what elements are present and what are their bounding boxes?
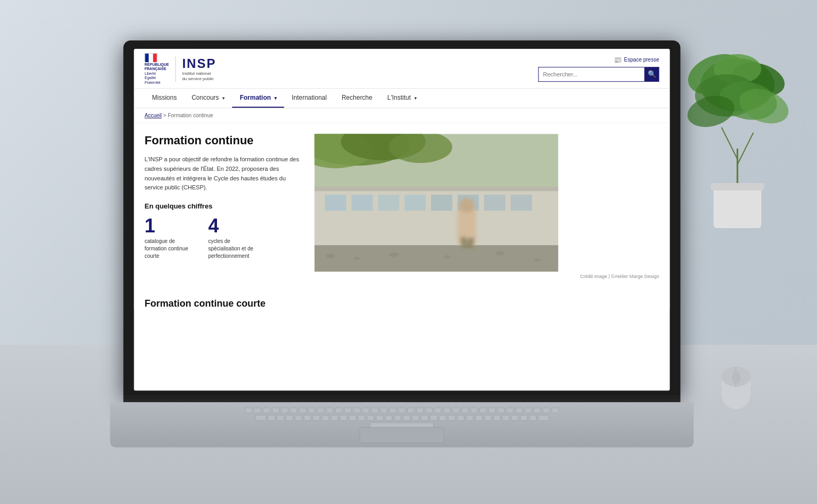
nav-item-missions[interactable]: Missions: [145, 89, 185, 108]
key: [290, 407, 298, 413]
key-row-2: [142, 415, 662, 421]
stats-heading: En quelques chiffres: [145, 202, 304, 210]
stats-row: 1 catalogue de formation continue courte…: [145, 216, 304, 260]
espace-presse-link[interactable]: 📰 Espace presse: [614, 56, 659, 64]
search-bar: 🔍: [538, 67, 659, 82]
keyboard-deck: [110, 402, 694, 447]
stat-item-1: 1 catalogue de formation continue courte: [145, 216, 198, 260]
svg-rect-26: [484, 195, 506, 211]
svg-line-10: [737, 133, 753, 164]
key: [294, 415, 302, 421]
key: [344, 407, 352, 413]
key: [398, 407, 406, 413]
svg-rect-27: [511, 195, 532, 211]
key: [484, 415, 491, 421]
key: [255, 415, 266, 421]
image-credit: Crédit image | ©Atelier Marge Design: [315, 274, 659, 279]
key: [430, 415, 437, 421]
key: [303, 415, 311, 421]
nav-item-recherche[interactable]: Recherche: [334, 89, 380, 108]
svg-rect-41: [460, 237, 468, 248]
site-nav: Missions Concours ▾ Formation ▾ Internat…: [134, 89, 670, 108]
key: [489, 407, 496, 413]
key: [475, 415, 482, 421]
key: [389, 407, 397, 413]
hero-image-container: [315, 134, 559, 272]
svg-rect-11: [714, 186, 761, 228]
breadcrumb-current: Formation continue: [168, 112, 213, 118]
key: [254, 407, 262, 413]
svg-line-9: [722, 127, 737, 159]
key: [285, 415, 293, 421]
chevron-down-icon: ▾: [274, 95, 277, 101]
key: [457, 415, 464, 421]
laptop-hinge: [124, 396, 681, 402]
key: [263, 407, 271, 413]
key: [516, 407, 523, 413]
header-right: 📰 Espace presse 🔍: [538, 56, 659, 82]
svg-rect-20: [325, 195, 346, 211]
key: [434, 407, 442, 413]
nav-item-international[interactable]: International: [284, 89, 334, 108]
logo-area: RÉPUBLIQUEFRANÇAISELibertéÉgalitéFratern…: [145, 53, 216, 85]
breadcrumb-home[interactable]: Accueil: [145, 112, 162, 118]
svg-rect-12: [711, 183, 764, 190]
search-input[interactable]: [538, 67, 645, 82]
key: [358, 415, 365, 421]
key: [425, 407, 433, 413]
stats-section: En quelques chiffres 1 catalogue de form…: [145, 202, 304, 260]
key: [421, 415, 428, 421]
nav-item-formation[interactable]: Formation ▾: [232, 89, 284, 108]
screen-bezel: RÉPUBLIQUEFRANÇAISELibertéÉgalitéFratern…: [124, 40, 681, 396]
breadcrumb: Accueil > Formation continue: [134, 108, 670, 123]
key: [380, 407, 388, 413]
key: [525, 407, 532, 413]
key: [362, 407, 370, 413]
key: [416, 407, 424, 413]
insp-title: INSP: [182, 56, 216, 71]
breadcrumb-separator: >: [163, 112, 168, 118]
key: [245, 407, 253, 413]
nav-item-concours[interactable]: Concours ▾: [184, 89, 232, 108]
search-button[interactable]: 🔍: [645, 67, 659, 82]
stat-number-2: 4: [208, 216, 262, 236]
key: [403, 415, 410, 421]
stat-item-2: 4 cycles de spécialisation et de perfect…: [208, 216, 262, 260]
content-left: Formation continue L'INSP a pour objecti…: [145, 134, 304, 279]
stat-label-2: cycles de spécialisation et de perfectio…: [208, 238, 262, 260]
key: [340, 415, 347, 421]
page-description: L'INSP a pour objectif de refondre la fo…: [145, 155, 304, 193]
nav-list: Missions Concours ▾ Formation ▾ Internat…: [145, 89, 659, 108]
bottom-title: Formation continue courte: [145, 298, 659, 309]
key: [538, 415, 549, 421]
insp-logo: INSP Institut nationaldu service public: [175, 56, 216, 82]
key: [407, 407, 415, 413]
key: [331, 415, 338, 421]
key: [394, 415, 401, 421]
key: [520, 415, 527, 421]
flag-blue: [145, 54, 149, 62]
key: [349, 415, 356, 421]
key-row-1: [142, 407, 662, 413]
svg-rect-16: [732, 372, 740, 384]
search-icon: 🔍: [648, 71, 656, 79]
key: [308, 407, 316, 413]
key: [534, 407, 541, 413]
nav-item-linstitut[interactable]: L'Institut ▾: [380, 89, 424, 108]
key: [444, 407, 451, 413]
svg-rect-23: [405, 195, 426, 211]
insp-subtitle: Institut nationaldu service public: [182, 71, 216, 82]
hero-image: [315, 134, 559, 272]
key: [462, 407, 469, 413]
svg-point-32: [444, 255, 451, 258]
flag-red: [153, 54, 157, 62]
chevron-down-icon: ▾: [414, 95, 417, 101]
flag-white: [149, 54, 153, 62]
mouse: [719, 361, 753, 416]
stat-number-1: 1: [145, 216, 198, 236]
key: [507, 407, 514, 413]
site-header: RÉPUBLIQUEFRANÇAISELibertéÉgalitéFratern…: [134, 49, 670, 89]
key: [412, 415, 419, 421]
key: [448, 415, 455, 421]
key: [371, 407, 379, 413]
